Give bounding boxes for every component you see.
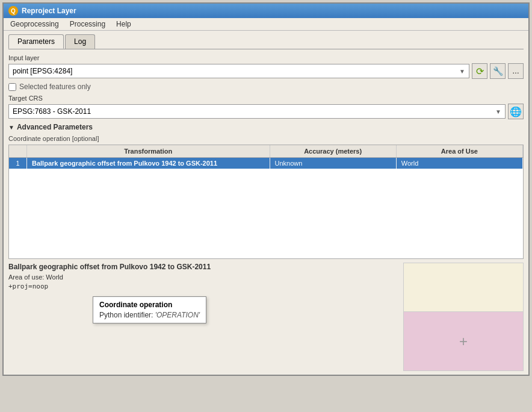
tab-log[interactable]: Log xyxy=(65,34,95,49)
refresh-icon: ⟳ xyxy=(476,66,484,77)
window-title: Reproject Layer xyxy=(22,7,76,15)
wrench-button[interactable]: 🔧 xyxy=(490,63,506,79)
row-transformation: Ballpark geographic offset from Pulkovo … xyxy=(27,158,270,169)
row-area: World xyxy=(397,158,523,169)
coord-op-label: Coordinate operation [optional] xyxy=(8,135,524,142)
menu-processing[interactable]: Processing xyxy=(68,19,107,29)
menu-geoprocessing[interactable]: Geoprocessing xyxy=(8,19,61,29)
target-crs-row: EPSG:7683 - GSK-2011 ▼ 🌐 xyxy=(8,104,524,119)
tooltip-title: Coordinate operation xyxy=(99,301,200,309)
row-accuracy: Unknown xyxy=(270,158,397,169)
input-layer-value: point [EPSG:4284] xyxy=(13,67,72,75)
collapse-icon: ▼ xyxy=(8,124,14,131)
input-layer-dropdown[interactable]: point [EPSG:4284] ▼ xyxy=(8,64,469,78)
wrench-icon: 🔧 xyxy=(493,66,503,76)
col-header-transformation: Transformation xyxy=(27,145,270,157)
tooltip-text: Python identifier: 'OPERATION' xyxy=(99,311,200,319)
target-crs-label: Target CRS xyxy=(8,95,524,102)
table-header: Transformation Accuracy (meters) Area of… xyxy=(9,145,523,158)
info-panel: Ballpark geographic offset from Pulkovo … xyxy=(8,263,524,371)
crs-dropdown-arrow-icon: ▼ xyxy=(495,108,501,115)
col-header-area: Area of Use xyxy=(397,145,523,157)
main-content: Parameters Log Input layer point [EPSG:4… xyxy=(4,31,528,375)
info-area: Area of use: World xyxy=(8,273,397,281)
dropdown-arrow-icon: ▼ xyxy=(459,68,465,75)
advanced-label: Advanced Parameters xyxy=(17,123,93,131)
transformation-table: Transformation Accuracy (meters) Area of… xyxy=(8,145,524,259)
input-layer-label: Input layer xyxy=(8,54,524,61)
tooltip-label: Python identifier: xyxy=(99,311,155,319)
app-icon: Q xyxy=(8,6,18,16)
tab-parameters[interactable]: Parameters xyxy=(8,34,64,49)
selected-features-label: Selected features only xyxy=(19,83,91,91)
target-crs-dropdown[interactable]: EPSG:7683 - GSK-2011 ▼ xyxy=(8,104,506,119)
selected-features-row: Selected features only xyxy=(8,83,524,91)
map-top-area xyxy=(403,263,524,311)
menu-bar: Geoprocessing Processing Help xyxy=(4,18,528,31)
title-bar: Q Reproject Layer xyxy=(4,4,528,18)
target-crs-value: EPSG:7683 - GSK-2011 xyxy=(13,107,91,116)
info-left: Ballpark geographic offset from Pulkovo … xyxy=(8,263,403,371)
col-header-accuracy: Accuracy (meters) xyxy=(270,145,397,157)
map-bottom-area: + xyxy=(403,311,524,371)
ellipsis-icon: … xyxy=(512,67,519,75)
info-proj: +proj=noop xyxy=(8,282,397,290)
tooltip-box: Coordinate operation Python identifier: … xyxy=(93,296,206,323)
reproject-layer-window: Q Reproject Layer Geoprocessing Processi… xyxy=(2,2,530,376)
globe-button[interactable]: 🌐 xyxy=(508,104,524,119)
map-plus-icon: + xyxy=(459,333,468,350)
table-row[interactable]: 1 Ballpark geographic offset from Pulkov… xyxy=(9,158,523,169)
advanced-header[interactable]: ▼ Advanced Parameters xyxy=(8,123,524,131)
info-title: Ballpark geographic offset from Pulkovo … xyxy=(8,263,397,271)
tooltip-identifier: 'OPERATION' xyxy=(155,311,200,319)
row-num: 1 xyxy=(9,158,27,169)
menu-help[interactable]: Help xyxy=(114,19,133,29)
ellipsis-button[interactable]: … xyxy=(508,63,524,79)
input-layer-row: point [EPSG:4284] ▼ ⟳ 🔧 … xyxy=(8,63,524,79)
col-header-num xyxy=(9,145,27,157)
globe-icon: 🌐 xyxy=(510,106,522,117)
tab-bar: Parameters Log xyxy=(8,34,524,49)
map-panel: + xyxy=(403,263,524,371)
advanced-section: ▼ Advanced Parameters Coordinate operati… xyxy=(8,123,524,259)
selected-features-checkbox[interactable] xyxy=(8,83,16,91)
refresh-button[interactable]: ⟳ xyxy=(472,63,487,79)
